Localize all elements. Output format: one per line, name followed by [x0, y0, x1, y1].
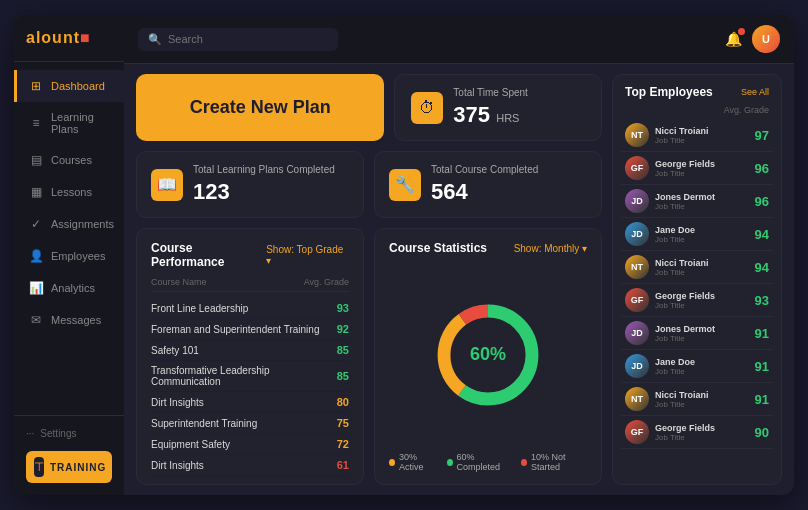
employee-row[interactable]: JD Jane Doe Job Title 94 — [621, 218, 773, 251]
top-row: Create New Plan ⏱ Total Time Spent 375 H… — [136, 74, 602, 141]
sidebar-item-lessons[interactable]: ▦ Lessons — [14, 176, 124, 208]
course-performance-panel: Course Performance Show: Top Grade ▾ Cou… — [136, 228, 364, 485]
employee-info: George Fields Job Title — [655, 423, 743, 442]
table-row: Equipment Safety 72 — [151, 434, 349, 455]
employee-row[interactable]: GF George Fields Job Title 90 — [621, 416, 773, 449]
app-container: alount■ ⊞ Dashboard≡ Learning Plans▤ Cou… — [14, 15, 794, 495]
course-name: Transformative Leadership Communication — [151, 365, 337, 387]
sidebar-item-learning-plans[interactable]: ≡ Learning Plans — [14, 102, 124, 144]
legend-label: 30% Active — [399, 452, 437, 472]
employee-grade: 93 — [749, 293, 769, 308]
employee-row[interactable]: JD Jane Doe Job Title 91 — [621, 350, 773, 383]
total-course-info: Total Course Completed 564 — [431, 164, 538, 205]
employee-name: Jane Doe — [655, 225, 743, 235]
header-icons: 🔔 U — [725, 25, 780, 53]
sidebar-item-courses[interactable]: ▤ Courses — [14, 144, 124, 176]
course-performance-header: Course Performance Show: Top Grade ▾ — [151, 241, 349, 269]
employee-info: Nicci Troiani Job Title — [655, 258, 743, 277]
course-statistics-panel: Course Statistics Show: Monthly ▾ — [374, 228, 602, 485]
course-name: Dirt Insights — [151, 460, 204, 471]
table-row: Dirt Insights 61 — [151, 455, 349, 476]
course-grade: 75 — [337, 417, 349, 429]
legend-label: 10% Not Started — [531, 452, 587, 472]
course-grade: 80 — [337, 396, 349, 408]
training-badge[interactable]: ⊤ TRAINING — [26, 451, 112, 483]
employee-row[interactable]: NT Nicci Troiani Job Title 91 — [621, 383, 773, 416]
body-content: Create New Plan ⏱ Total Time Spent 375 H… — [124, 64, 794, 495]
employee-title: Job Title — [655, 433, 743, 442]
course-grade: 85 — [337, 344, 349, 356]
course-performance-filter[interactable]: Show: Top Grade ▾ — [266, 244, 349, 266]
employee-grade: 91 — [749, 326, 769, 341]
employee-row[interactable]: JD Jones Dermot Job Title 96 — [621, 185, 773, 218]
sidebar-label-courses: Courses — [51, 154, 92, 166]
course-table-header: Course Name Avg. Grade — [151, 277, 349, 292]
course-performance-title: Course Performance — [151, 241, 266, 269]
training-icon: ⊤ — [34, 457, 44, 477]
table-row: Superintendent Training 75 — [151, 413, 349, 434]
legend-dot — [447, 459, 453, 466]
sidebar-label-employees: Employees — [51, 250, 105, 262]
employee-title: Job Title — [655, 400, 743, 409]
sidebar-icon-dashboard: ⊞ — [29, 79, 43, 93]
search-input[interactable] — [168, 33, 328, 45]
notification-badge — [738, 28, 745, 35]
sidebar-item-analytics[interactable]: 📊 Analytics — [14, 272, 124, 304]
employee-info: Nicci Troiani Job Title — [655, 390, 743, 409]
course-statistics-filter[interactable]: Show: Monthly ▾ — [514, 243, 587, 254]
book-icon: 📖 — [151, 169, 183, 201]
course-statistics-header: Course Statistics Show: Monthly ▾ — [389, 241, 587, 255]
employee-grade: 94 — [749, 227, 769, 242]
bell-icon[interactable]: 🔔 — [725, 31, 742, 47]
employee-row[interactable]: JD Jones Dermot Job Title 91 — [621, 317, 773, 350]
chart-legend: 30% Active 60% Completed 10% Not Started — [389, 452, 587, 472]
see-all-link[interactable]: See All — [741, 87, 769, 97]
employee-title: Job Title — [655, 334, 743, 343]
employee-name: George Fields — [655, 423, 743, 433]
sidebar-label-assignments: Assignments — [51, 218, 114, 230]
logo: alount■ — [14, 15, 124, 62]
employee-avatar: JD — [625, 189, 649, 213]
learning-plans-info: Total Learning Plans Completed 123 — [193, 164, 335, 205]
dots-icon: ··· — [26, 428, 34, 439]
sidebar-label-lessons: Lessons — [51, 186, 92, 198]
sidebar-item-assignments[interactable]: ✓ Assignments — [14, 208, 124, 240]
course-grade: 72 — [337, 438, 349, 450]
sidebar-label-dashboard: Dashboard — [51, 80, 105, 92]
employee-title: Job Title — [655, 136, 743, 145]
time-spent-info: Total Time Spent 375 HRS — [453, 87, 527, 128]
time-spent-card: ⏱ Total Time Spent 375 HRS — [394, 74, 602, 141]
employee-title: Job Title — [655, 169, 743, 178]
sidebar-icon-employees: 👤 — [29, 249, 43, 263]
legend-label: 60% Completed — [457, 452, 511, 472]
employees-list: NT Nicci Troiani Job Title 97 GF George … — [613, 119, 781, 484]
employee-row[interactable]: GF George Fields Job Title 96 — [621, 152, 773, 185]
user-avatar[interactable]: U — [752, 25, 780, 53]
donut-container: 60% — [389, 263, 587, 446]
employee-avatar: NT — [625, 255, 649, 279]
main-content: 🔍 🔔 U Create New Plan — [124, 15, 794, 495]
employee-avatar: NT — [625, 123, 649, 147]
employee-row[interactable]: NT Nicci Troiani Job Title 97 — [621, 119, 773, 152]
employee-title: Job Title — [655, 268, 743, 277]
create-plan-button[interactable]: Create New Plan — [136, 74, 384, 141]
employee-name: Nicci Troiani — [655, 258, 743, 268]
search-box[interactable]: 🔍 — [138, 28, 338, 51]
employee-avatar: NT — [625, 387, 649, 411]
header: 🔍 🔔 U — [124, 15, 794, 64]
learning-plans-card: 📖 Total Learning Plans Completed 123 — [136, 151, 364, 218]
legend-dot — [521, 459, 527, 466]
sidebar-item-employees[interactable]: 👤 Employees — [14, 240, 124, 272]
employee-row[interactable]: NT Nicci Troiani Job Title 94 — [621, 251, 773, 284]
course-statistics-title: Course Statistics — [389, 241, 487, 255]
settings-item[interactable]: ··· Settings — [26, 428, 112, 439]
employee-row[interactable]: GF George Fields Job Title 93 — [621, 284, 773, 317]
sidebar-item-messages[interactable]: ✉ Messages — [14, 304, 124, 336]
course-name: Front Line Leadership — [151, 303, 248, 314]
total-course-value: 564 — [431, 179, 538, 205]
sidebar-icon-learning-plans: ≡ — [29, 116, 43, 130]
legend-dot — [389, 459, 395, 466]
sidebar-item-dashboard[interactable]: ⊞ Dashboard — [14, 70, 124, 102]
course-name: Dirt Insights — [151, 397, 204, 408]
donut-percentage-label: 60% — [470, 344, 506, 365]
